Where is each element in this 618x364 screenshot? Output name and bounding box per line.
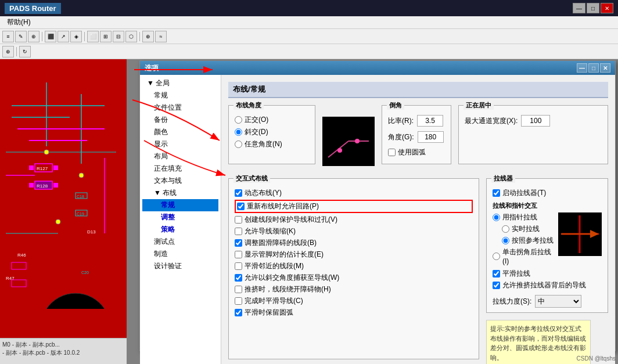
dialog-minimize[interactable]: — (577, 63, 587, 73)
dialog-title-text: 选项 (145, 63, 577, 73)
tool-btn-3[interactable]: ⊕ (28, 31, 39, 42)
tree-item-design-verify[interactable]: 设计验证 (142, 260, 218, 272)
puller-smooth[interactable]: 平滑拉线 (493, 269, 602, 279)
dialog-maximize[interactable]: □ (588, 63, 599, 73)
close-btn[interactable]: ✕ (601, 3, 613, 13)
cb-adjust-smooth[interactable]: 调整圆滑障碍的线段(B) (235, 238, 473, 248)
menu-bar: 帮助(H) (0, 16, 618, 29)
routing-angle-options: 正交(O) 斜交(D) 任意角度(N) (235, 115, 309, 149)
svg-point-23 (44, 150, 49, 154)
main-settings-panel: 布线/常规 布线角度 (221, 75, 615, 364)
tree-item-manufacture[interactable]: 制造 (142, 248, 218, 260)
cb-protect[interactable]: 创建线段时保护导线和过孔(V) (235, 215, 473, 225)
left-column: 布线角度 正交(O) 斜交(D) (228, 105, 608, 364)
tree-item-general[interactable]: 常规 (142, 89, 218, 102)
top-row: 布线角度 正交(O) 斜交(D) (228, 105, 608, 171)
cb-keep-arc[interactable]: 平滑时保留圆弧 (235, 308, 473, 318)
puller-preview (558, 212, 602, 256)
content-area: R127 R128 C18 C19 (0, 59, 618, 364)
interactive-title: 交互式布线 (233, 174, 270, 183)
center-max-channel-input[interactable] (521, 115, 550, 127)
svg-rect-13 (29, 183, 34, 188)
tree-item-routing-strategy[interactable]: 策略 (142, 224, 218, 236)
puller-allow-push[interactable]: 允许推挤拉线器背后的导线 (493, 280, 602, 290)
tree-item-global[interactable]: ▼ 全局 (142, 77, 218, 89)
pull-strength-row: 拉线力度(S): 弱中强 (493, 295, 602, 308)
tool-btn-13[interactable]: ⊕ (2, 46, 14, 57)
cb-reroute[interactable]: 重新布线时允许回路(P) (235, 200, 473, 213)
cb-dynamic[interactable]: 动态布线(Y) (235, 188, 473, 198)
angle-any[interactable]: 任意角度(N) (235, 139, 309, 149)
routing-angle-group: 布线角度 正交(O) 斜交(D) (228, 105, 315, 164)
corner-title: 倒角 (387, 101, 404, 110)
interactive-section: 交互式布线 动态布线(Y) 重新布线时允许回路(P) (228, 178, 608, 364)
corner-ratio-input[interactable] (417, 115, 443, 127)
note-text: 提示:实时的参考拉线仅对交互式布线操作有影响，而对导线编辑或差分对、圆弧或蛇形走… (486, 320, 591, 364)
tree-item-text-line[interactable]: 文本与线 (142, 175, 218, 187)
tree-item-routing-general[interactable]: 常规 (142, 199, 218, 211)
watermark: CSDN @ltqshs (577, 355, 616, 362)
tree-item-routing[interactable]: ▼ 布线 (142, 187, 218, 199)
tool-btn-5[interactable]: ↗ (58, 31, 69, 42)
tree-item-routing-adjust[interactable]: 调整 (142, 211, 218, 224)
status-text-1: M0 - 副本 - 副本.pcb... (2, 341, 124, 349)
tool-btn-9[interactable]: ⊟ (113, 31, 124, 42)
puller-group: 拉线器 启动拉线器(T) 拉线和指针交互 (486, 178, 608, 313)
tool-btn-1[interactable]: ≡ (2, 31, 14, 42)
puller-content: 启动拉线器(T) 拉线和指针交互 用指针拉线 (493, 188, 602, 308)
tool-btn-2[interactable]: ✎ (15, 31, 27, 42)
minimize-btn[interactable]: — (573, 3, 585, 13)
svg-point-24 (79, 173, 84, 178)
cb-show-length[interactable]: 显示管脚对的估计长度(E) (235, 250, 473, 260)
pull-strength-label: 拉线力度(S): (493, 297, 531, 307)
svg-text:C19: C19 (77, 212, 84, 216)
tree-item-fill[interactable]: 正在填充 (142, 163, 218, 175)
corner-angle-input[interactable] (418, 131, 444, 143)
puller-reference[interactable]: 按照参考拉线 (502, 236, 554, 246)
tree-item-display[interactable]: 显示 (142, 138, 218, 150)
angle-orthogonal[interactable]: 正交(O) (235, 115, 309, 125)
tree-item-layout[interactable]: 布局 (142, 150, 218, 163)
center-title: 正在居中 (464, 101, 494, 110)
cb-smooth-adjacent[interactable]: 平滑邻近的线段(M) (235, 261, 473, 271)
cb-push-around[interactable]: 推挤时，线段绕开障碍物(H) (235, 284, 473, 294)
puller-click-corner[interactable]: 单击拐角后拉线(I) (493, 247, 554, 265)
tool-btn-4[interactable]: ⬛ (45, 31, 56, 42)
puller-pointer[interactable]: 用指针拉线 (493, 212, 554, 222)
puller-sub-options: 实时拉线 按照参考拉线 (502, 224, 554, 246)
svg-point-38 (355, 139, 360, 143)
help-menu[interactable]: 帮助(H) (2, 16, 35, 28)
tool-btn-10[interactable]: ⬡ (125, 31, 137, 42)
tool-btn-14[interactable]: ↻ (19, 46, 31, 57)
svg-text:R127: R127 (37, 166, 48, 171)
tree-item-file-location[interactable]: 文件位置 (142, 102, 218, 114)
status-text-2: - 副本 - 副本.pcb - 版本 10.0.2 (2, 349, 124, 357)
options-dialog: 选项 — □ ✕ ▼ 全局 常规 文件位置 备份 颜色 (139, 60, 616, 351)
tool-btn-12[interactable]: ≈ (155, 31, 167, 42)
toolbar-sep-2 (84, 32, 85, 41)
tool-btn-8[interactable]: ⊞ (100, 31, 112, 42)
corner-ratio-row: 比率(R): (388, 115, 445, 127)
svg-text:C20: C20 (81, 271, 89, 275)
pull-strength-select[interactable]: 弱中强 (535, 295, 581, 308)
tool-btn-11[interactable]: ⊕ (142, 31, 154, 42)
tool-btn-6[interactable]: ◈ (70, 31, 82, 42)
pcb-background: R127 R128 C18 C19 (0, 59, 127, 364)
maximize-btn[interactable]: □ (587, 3, 599, 13)
dialog-close[interactable]: ✕ (600, 63, 610, 73)
routing-preview-svg (322, 117, 375, 166)
puller-enable[interactable]: 启动拉线器(T) (493, 188, 602, 198)
tree-item-backup[interactable]: 备份 (142, 114, 218, 126)
use-arc-checkbox[interactable]: 使用圆弧 (388, 147, 445, 157)
pcb-svg: R127 R128 C18 C19 (0, 59, 127, 344)
toolbar-1: ≡ ✎ ⊕ ⬛ ↗ ◈ ⬜ ⊞ ⊟ ⬡ ⊕ ≈ (0, 29, 618, 44)
tree-item-color[interactable]: 颜色 (142, 126, 218, 138)
cb-smooth-complete[interactable]: 完成时平滑导线(C) (235, 296, 473, 306)
tree-item-testpoint[interactable]: 测试点 (142, 236, 218, 248)
interactive-checkboxes: 动态布线(Y) 重新布线时允许回路(P) 创建线段时保护导线和过孔(V) (235, 188, 473, 318)
puller-realtime[interactable]: 实时拉线 (502, 224, 554, 234)
cb-diagonal-snap[interactable]: 允许以斜交角度捕获至导线(W) (235, 273, 473, 283)
cb-neck[interactable]: 允许导线颈缩(K) (235, 226, 473, 236)
tool-btn-7[interactable]: ⬜ (87, 31, 99, 42)
angle-diagonal[interactable]: 斜交(D) (235, 127, 309, 137)
